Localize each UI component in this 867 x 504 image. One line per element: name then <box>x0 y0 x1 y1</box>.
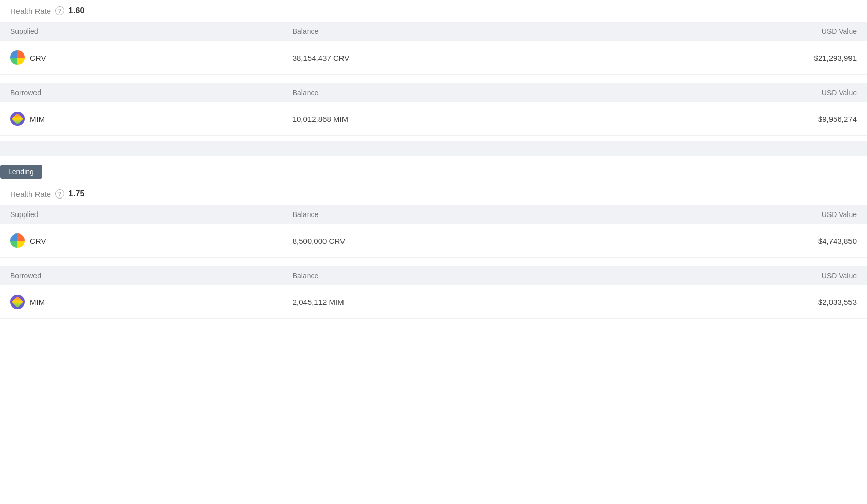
section-1: Health Rate ? 1.60 Supplied Balance USD … <box>0 0 867 136</box>
table-row: CRV 8,500,000 CRV $4,743,850 <box>0 224 867 258</box>
help-icon-1[interactable]: ? <box>55 6 64 15</box>
supplied-col-2-3: USD Value <box>574 210 857 219</box>
mim-inner-2 <box>12 296 24 308</box>
health-rate-row-2: Health Rate ? 1.75 <box>0 183 867 205</box>
supplied-header-1: Supplied Balance USD Value <box>0 22 867 41</box>
health-rate-value-2: 1.75 <box>68 189 84 199</box>
mim-usd-1: $9,956,274 <box>574 115 857 123</box>
borrowed-header-1: Borrowed Balance USD Value <box>0 83 867 102</box>
borrowed-col-1: Borrowed <box>10 88 293 97</box>
health-rate-label-1: Health Rate <box>10 7 51 15</box>
borrowed-col-2: Balance <box>293 88 575 97</box>
supplied-header-2: Supplied Balance USD Value <box>0 205 867 224</box>
health-rate-row-1: Health Rate ? 1.60 <box>0 0 867 22</box>
token-name-crv-2: CRV <box>30 237 46 245</box>
supplied-col-2: Balance <box>293 27 575 35</box>
borrowed-col-2-1: Borrowed <box>10 272 293 280</box>
borrowed-col-2-2: Balance <box>293 272 575 280</box>
borrowed-header-2: Borrowed Balance USD Value <box>0 266 867 285</box>
lending-tag-row: Lending <box>0 156 867 183</box>
health-rate-value-1: 1.60 <box>68 6 84 15</box>
mim-icon-1 <box>10 112 25 126</box>
help-icon-2[interactable]: ? <box>55 189 64 199</box>
borrowed-col-3: USD Value <box>574 88 857 97</box>
supplied-col-2-2: Balance <box>293 210 575 219</box>
supplied-table-2: Supplied Balance USD Value CRV 8,500,000… <box>0 205 867 258</box>
supplied-col-2-1: Supplied <box>10 210 293 219</box>
table-row: MIM 10,012,868 MIM $9,956,274 <box>0 102 867 136</box>
crv-usd-1: $21,293,991 <box>574 53 857 62</box>
crv-icon-2 <box>10 233 25 248</box>
mim-usd-2: $2,033,553 <box>574 298 857 307</box>
health-rate-label-2: Health Rate <box>10 190 51 199</box>
borrowed-table-1: Borrowed Balance USD Value MIM 10,012,86… <box>0 83 867 136</box>
token-name-mim-2: MIM <box>30 298 45 307</box>
token-cell-mim-1: MIM <box>10 112 293 126</box>
crv-usd-2: $4,743,850 <box>574 237 857 245</box>
section-separator <box>0 141 867 156</box>
token-name-mim-1: MIM <box>30 115 45 123</box>
spacer-2 <box>0 258 867 266</box>
supplied-col-1: Supplied <box>10 27 293 35</box>
token-cell-crv-1: CRV <box>10 50 293 65</box>
table-row: CRV 38,154,437 CRV $21,293,991 <box>0 41 867 75</box>
crv-icon-1 <box>10 50 25 65</box>
borrowed-table-2: Borrowed Balance USD Value MIM 2,045,112… <box>0 266 867 319</box>
mim-balance-1: 10,012,868 MIM <box>293 115 575 123</box>
lending-tag: Lending <box>0 165 42 179</box>
mim-icon-2 <box>10 295 25 309</box>
crv-balance-2: 8,500,000 CRV <box>293 237 575 245</box>
section-2: Health Rate ? 1.75 Supplied Balance USD … <box>0 183 867 319</box>
mim-inner-1 <box>12 113 24 125</box>
borrowed-col-2-3: USD Value <box>574 272 857 280</box>
token-cell-mim-2: MIM <box>10 295 293 309</box>
table-row: MIM 2,045,112 MIM $2,033,553 <box>0 285 867 319</box>
supplied-col-3: USD Value <box>574 27 857 35</box>
crv-balance-1: 38,154,437 CRV <box>293 53 575 62</box>
token-name-crv-1: CRV <box>30 53 46 62</box>
spacer-1 <box>0 75 867 83</box>
supplied-table-1: Supplied Balance USD Value CRV 38,154,43… <box>0 22 867 75</box>
mim-balance-2: 2,045,112 MIM <box>293 298 575 307</box>
token-cell-crv-2: CRV <box>10 233 293 248</box>
